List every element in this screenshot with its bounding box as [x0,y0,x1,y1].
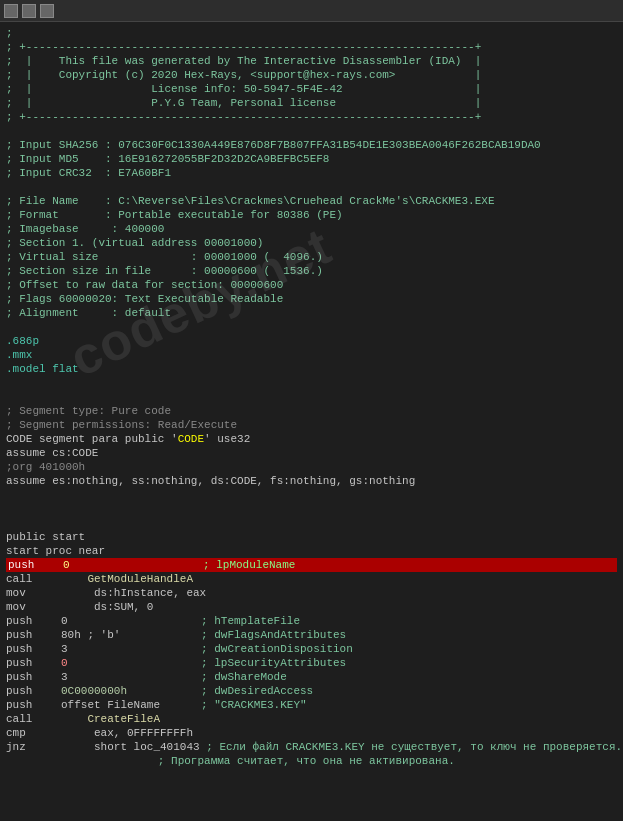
line-flags: ; Flags 60000020: Text Executable Readab… [6,292,617,306]
line-blank2 [6,180,617,194]
line-jnz: jnz short loc_401043 ; Если файл CRACKME… [6,740,617,754]
toolbar-icon-1[interactable] [4,4,18,18]
line-mov-hinstance: mov ds:hInstance, eax [6,586,617,600]
line-ida-header3: ; | License info: 50-5947-5F4E-42 | [6,82,617,96]
line-call-getmodule: call GetModuleHandleA [6,572,617,586]
toolbar-icon-3[interactable] [40,4,54,18]
line-offset: ; Offset to raw data for section: 000006… [6,278,617,292]
line-mmx: .mmx [6,348,617,362]
line-ida-header1: ; | This file was generated by The Inter… [6,54,617,68]
line-public-start: public start [6,530,617,544]
line-push-security: push0; lpSecurityAttributes [6,656,617,670]
line-assume-cs: assume cs:CODE [6,446,617,460]
line-md5: ; Input MD5 : 16E916272055BF2D32D2CA9BEF… [6,152,617,166]
line-border-bottom: ; +-------------------------------------… [6,110,617,124]
line-blank3 [6,320,617,334]
line-align: ; Alignment : default [6,306,617,320]
line-org: ;org 401000h [6,460,617,474]
line-blank4 [6,376,617,390]
line-start-proc: start proc near [6,544,617,558]
line-code-segment: CODE segment para public 'CODE' use32 [6,432,617,446]
line-push-htemplate: push0; hTemplateFile [6,614,617,628]
line-ssize: ; Section size in file : 00000600 ( 1536… [6,264,617,278]
line-blank5 [6,390,617,404]
line-comment-noactivate: ; Программа считает, что она не активиро… [6,754,617,768]
line-push-filename: pushoffset FileName; "CRACKME3.KEY" [6,698,617,712]
line-filename: ; File Name : C:\Reverse\Files\Crackmes\… [6,194,617,208]
push-val: 0 [63,558,203,572]
line-format: ; Format : Portable executable for 80386… [6,208,617,222]
line-crc32: ; Input CRC32 : E7A60BF1 [6,166,617,180]
line-vsize: ; Virtual size : 00001000 ( 4096.) [6,250,617,264]
toolbar [0,0,623,22]
line-push-0-highlighted: push 0 ; lpModuleName [6,558,617,572]
line-push-creation: push3; dwCreationDisposition [6,642,617,656]
line-ida-header4: ; | P.Y.G Team, Personal license | [6,96,617,110]
line-border-top: ; +-------------------------------------… [6,40,617,54]
line-assume-es: assume es:nothing, ss:nothing, ds:CODE, … [6,474,617,488]
line-push-desired: push0C0000000h; dwDesiredAccess [6,684,617,698]
line-blank6 [6,488,617,502]
line-sha256: ; Input SHA256 : 076C30F0C1330A449E876D8… [6,138,617,152]
line-686p: .686p [6,334,617,348]
line-mov-sum: mov ds:SUM, 0 [6,600,617,614]
line-section: ; Section 1. (virtual address 00001000) [6,236,617,250]
line-blank8 [6,516,617,530]
line-imagebase: ; Imagebase : 400000 [6,222,617,236]
line-seg-type: ; Segment type: Pure code [6,404,617,418]
toolbar-icon-2[interactable] [22,4,36,18]
line-comment: ; [6,26,617,40]
line-cmp-eax: cmp eax, 0FFFFFFFFh [6,726,617,740]
line-push-share: push3; dwShareMode [6,670,617,684]
line-push-flags: push80h ; 'b'; dwFlagsAndAttributes [6,628,617,642]
line-blank1 [6,124,617,138]
line-model: .model flat [6,362,617,376]
line-call-createfile: call CreateFileA [6,712,617,726]
line-ida-header2: ; | Copyright (c) 2020 Hex-Rays, <suppor… [6,68,617,82]
line-seg-perm: ; Segment permissions: Read/Execute [6,418,617,432]
code-area: codeby.net ; ; +------------------------… [0,22,623,821]
line-blank7 [6,502,617,516]
push-instr: push [8,558,63,572]
push-comment: ; lpModuleName [203,558,295,572]
